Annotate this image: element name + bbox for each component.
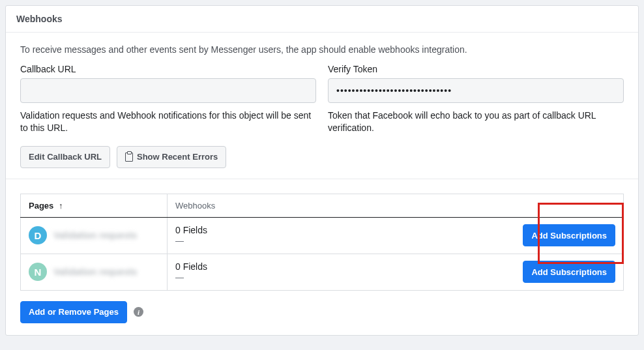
fields-count: 0 Fields <box>175 224 207 236</box>
fields-dash: — <box>175 236 207 247</box>
edit-callback-url-button[interactable]: Edit Callback URL <box>20 146 110 168</box>
add-subscriptions-label: Add Subscriptions <box>531 231 607 241</box>
footer-row: Add or Remove Pages i <box>20 301 624 323</box>
table-row: D Validation requests 0 Fields — Add Sub… <box>21 217 624 254</box>
pages-column-header[interactable]: Pages ↑ <box>21 194 168 217</box>
form-row: Callback URL Verify Token <box>20 64 624 103</box>
fields-dash: — <box>175 272 207 284</box>
verify-token-label: Verify Token <box>328 64 624 74</box>
page-cell: D Validation requests <box>21 217 168 254</box>
add-or-remove-pages-label: Add or Remove Pages <box>29 307 119 317</box>
card-title: Webhooks <box>16 14 63 24</box>
webhooks-cell: 0 Fields — Add Subscriptions <box>168 254 624 290</box>
callback-url-input[interactable] <box>20 78 316 103</box>
table-section: Pages ↑ Webhooks D Validation requests <box>6 179 638 335</box>
page-cell: N Validation requests <box>21 254 168 290</box>
show-recent-errors-button[interactable]: Show Recent Errors <box>117 146 226 168</box>
webhooks-column-header: Webhooks <box>168 194 624 217</box>
clipboard-icon <box>125 153 133 162</box>
fields-info: 0 Fields — <box>175 224 207 247</box>
add-or-remove-pages-button[interactable]: Add or Remove Pages <box>20 301 127 323</box>
intro-text: To receive messages and other events sen… <box>20 44 624 55</box>
fields-info: 0 Fields — <box>175 261 207 284</box>
webhooks-cell: 0 Fields — Add Subscriptions <box>168 217 624 254</box>
verify-token-input[interactable] <box>328 78 624 103</box>
pages-column-label: Pages <box>29 201 53 211</box>
page-name: Validation requests <box>53 230 137 241</box>
verify-token-col: Verify Token <box>328 64 624 103</box>
help-row: Validation requests and Webhook notifica… <box>20 109 624 134</box>
callback-url-help: Validation requests and Webhook notifica… <box>20 109 316 134</box>
show-recent-errors-label: Show Recent Errors <box>137 152 218 162</box>
add-subscriptions-label: Add Subscriptions <box>531 267 607 277</box>
avatar: D <box>29 226 47 244</box>
add-subscriptions-button[interactable]: Add Subscriptions <box>523 224 615 246</box>
table-row: N Validation requests 0 Fields — Add Sub… <box>21 254 624 290</box>
fields-count: 0 Fields <box>175 261 207 272</box>
card-header: Webhooks <box>6 6 638 33</box>
add-subscriptions-button[interactable]: Add Subscriptions <box>523 261 615 283</box>
callback-url-col: Callback URL <box>20 64 316 103</box>
button-row: Edit Callback URL Show Recent Errors <box>20 146 624 168</box>
callback-url-label: Callback URL <box>20 64 316 74</box>
edit-callback-url-label: Edit Callback URL <box>29 152 102 162</box>
info-icon[interactable]: i <box>134 307 143 317</box>
verify-token-help: Token that Facebook will echo back to yo… <box>328 109 624 134</box>
avatar: N <box>29 263 47 281</box>
webhooks-card: Webhooks To receive messages and other e… <box>5 5 639 336</box>
sort-ascending-icon: ↑ <box>59 201 63 211</box>
pages-table: Pages ↑ Webhooks D Validation requests <box>20 194 624 291</box>
webhooks-column-label: Webhooks <box>175 201 215 211</box>
card-body: To receive messages and other events sen… <box>6 33 638 179</box>
page-name: Validation requests <box>53 267 137 277</box>
